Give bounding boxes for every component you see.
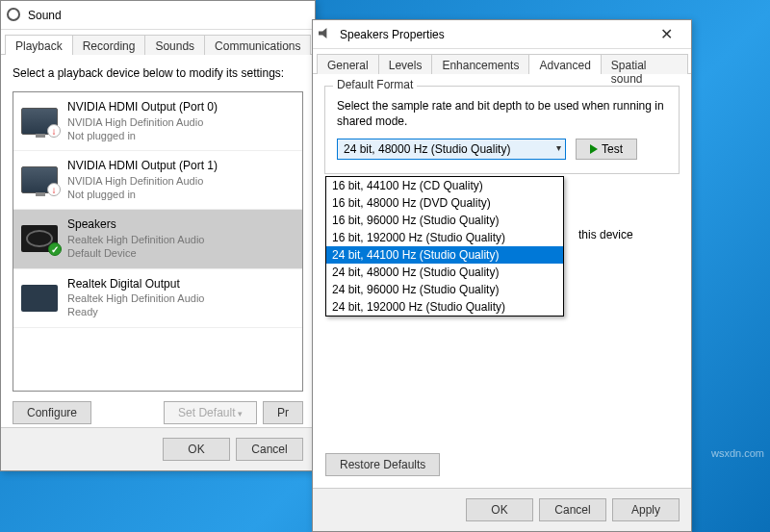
device-subtitle: Realtek High Definition Audio bbox=[67, 291, 295, 305]
play-icon bbox=[590, 144, 598, 154]
props-tabs: General Levels Enhancements Advanced Spa… bbox=[313, 49, 691, 74]
device-text: NVIDIA HDMI Output (Port 0)NVIDIA High D… bbox=[67, 100, 295, 142]
device-subtitle: Realtek High Definition Audio bbox=[67, 233, 295, 246]
monitor-icon bbox=[21, 166, 58, 193]
tab-playback[interactable]: Playback bbox=[5, 35, 73, 55]
tab-sounds[interactable]: Sounds bbox=[144, 35, 205, 55]
tab-spatial-sound[interactable]: Spatial sound bbox=[601, 54, 688, 74]
device-item[interactable]: SpeakersRealtek High Definition AudioDef… bbox=[13, 210, 302, 268]
configure-button[interactable]: Configure bbox=[13, 401, 91, 424]
format-option[interactable]: 16 bit, 96000 Hz (Studio Quality) bbox=[326, 212, 563, 229]
props-title: Speakers Properties bbox=[340, 28, 647, 41]
speakers-properties-window: Speakers Properties ✕ General Levels Enh… bbox=[312, 19, 692, 532]
playback-buttons-row: Configure Set Default Pr bbox=[13, 392, 303, 424]
props-titlebar[interactable]: Speakers Properties ✕ bbox=[313, 20, 691, 49]
tab-recording[interactable]: Recording bbox=[72, 35, 146, 55]
device-subtitle: NVIDIA High Definition Audio bbox=[67, 174, 295, 188]
sound-titlebar[interactable]: Sound bbox=[1, 1, 315, 30]
playback-instruction: Select a playback device below to modify… bbox=[13, 66, 303, 80]
cancel-button[interactable]: Cancel bbox=[539, 498, 606, 521]
device-subtitle: NVIDIA High Definition Audio bbox=[67, 115, 295, 129]
device-status: Ready bbox=[67, 305, 295, 318]
arrow-down-icon bbox=[47, 183, 61, 196]
device-item[interactable]: Realtek Digital OutputRealtek High Defin… bbox=[13, 269, 302, 328]
format-selected: 24 bit, 48000 Hz (Studio Quality) bbox=[344, 142, 510, 156]
device-text: Realtek Digital OutputRealtek High Defin… bbox=[67, 277, 295, 319]
device-status: Not plugged in bbox=[67, 188, 295, 201]
format-option[interactable]: 16 bit, 48000 Hz (DVD Quality) bbox=[326, 194, 563, 212]
check-icon bbox=[48, 242, 62, 256]
tab-communications[interactable]: Communications bbox=[204, 35, 311, 55]
close-icon[interactable]: ✕ bbox=[647, 25, 685, 43]
monitor-icon bbox=[21, 108, 58, 135]
device-text: NVIDIA HDMI Output (Port 1)NVIDIA High D… bbox=[67, 159, 295, 201]
test-button[interactable]: Test bbox=[576, 139, 637, 160]
device-item[interactable]: NVIDIA HDMI Output (Port 0)NVIDIA High D… bbox=[13, 92, 302, 151]
format-dropdown-list[interactable]: 16 bit, 44100 Hz (CD Quality)16 bit, 480… bbox=[325, 176, 564, 317]
cancel-button[interactable]: Cancel bbox=[236, 438, 303, 461]
device-title: NVIDIA HDMI Output (Port 0) bbox=[67, 100, 295, 115]
device-title: Realtek Digital Output bbox=[67, 277, 295, 292]
watermark: wsxdn.com bbox=[711, 447, 764, 459]
format-option[interactable]: 24 bit, 96000 Hz (Studio Quality) bbox=[326, 281, 563, 298]
format-combobox[interactable]: 24 bit, 48000 Hz (Studio Quality) bbox=[337, 139, 566, 160]
sound-tabs: Playback Recording Sounds Communications bbox=[1, 30, 315, 55]
sound-dialog-buttons: OK Cancel bbox=[1, 427, 315, 470]
format-option[interactable]: 24 bit, 48000 Hz (Studio Quality) bbox=[326, 264, 563, 281]
arrow-down-icon bbox=[47, 124, 61, 138]
device-status: Default Device bbox=[67, 246, 295, 260]
default-format-title: Default Format bbox=[333, 78, 417, 91]
sound-title: Sound bbox=[28, 9, 309, 22]
format-option[interactable]: 16 bit, 44100 Hz (CD Quality) bbox=[326, 177, 563, 194]
advanced-content: Default Format Select the sample rate an… bbox=[313, 74, 691, 488]
digital-icon bbox=[21, 285, 58, 312]
playback-content: Select a playback device below to modify… bbox=[1, 55, 315, 430]
tab-advanced[interactable]: Advanced bbox=[528, 54, 601, 74]
speaker-icon bbox=[21, 225, 58, 252]
format-option[interactable]: 24 bit, 44100 Hz (Studio Quality) bbox=[326, 246, 563, 264]
device-title: Speakers bbox=[67, 217, 295, 233]
tab-levels[interactable]: Levels bbox=[378, 54, 433, 74]
test-label: Test bbox=[602, 142, 623, 156]
format-option[interactable]: 16 bit, 192000 Hz (Studio Quality) bbox=[326, 229, 563, 246]
speaker-icon bbox=[7, 8, 22, 23]
ok-button[interactable]: OK bbox=[163, 438, 230, 461]
device-list[interactable]: NVIDIA HDMI Output (Port 0)NVIDIA High D… bbox=[13, 91, 303, 392]
properties-button[interactable]: Pr bbox=[263, 401, 303, 424]
device-text: SpeakersRealtek High Definition AudioDef… bbox=[67, 217, 295, 260]
restore-defaults-button[interactable]: Restore Defaults bbox=[325, 453, 440, 476]
device-status: Not plugged in bbox=[67, 129, 295, 142]
exclusive-partial-text: this device bbox=[578, 228, 633, 241]
default-format-group: Default Format Select the sample rate an… bbox=[324, 86, 680, 174]
device-title: NVIDIA HDMI Output (Port 1) bbox=[67, 159, 295, 174]
props-dialog-buttons: OK Cancel Apply bbox=[313, 488, 691, 531]
tab-general[interactable]: General bbox=[317, 54, 379, 74]
device-item[interactable]: NVIDIA HDMI Output (Port 1)NVIDIA High D… bbox=[13, 151, 302, 210]
apply-button[interactable]: Apply bbox=[612, 498, 680, 521]
set-default-button[interactable]: Set Default bbox=[164, 401, 257, 424]
sound-window: Sound Playback Recording Sounds Communic… bbox=[0, 0, 316, 471]
format-option[interactable]: 24 bit, 192000 Hz (Studio Quality) bbox=[326, 298, 563, 316]
ok-button[interactable]: OK bbox=[466, 498, 533, 521]
speaker-icon bbox=[319, 27, 334, 42]
tab-enhancements[interactable]: Enhancements bbox=[431, 54, 529, 74]
default-format-instruction: Select the sample rate and bit depth to … bbox=[337, 98, 667, 129]
format-row: 24 bit, 48000 Hz (Studio Quality) Test bbox=[337, 139, 667, 160]
